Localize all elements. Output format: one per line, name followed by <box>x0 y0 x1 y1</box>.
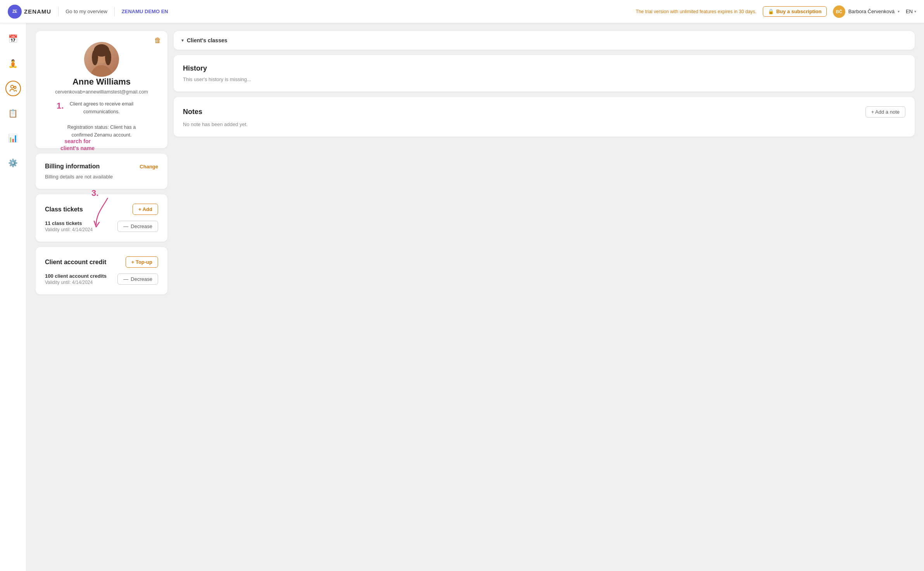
lang-chevron-icon: ▾ <box>914 9 916 14</box>
credit-header: Client account credit + Top-up <box>45 256 158 268</box>
profile-name: Anne Williams <box>72 77 131 87</box>
decrease-label: Decrease <box>131 223 152 229</box>
topup-button[interactable]: + Top-up <box>126 256 158 268</box>
topbar-divider <box>58 7 59 16</box>
svg-point-6 <box>105 50 111 65</box>
history-card: History This user's history is missing..… <box>174 55 915 92</box>
client-credit-card: Client account credit + Top-up 100 clien… <box>36 247 167 294</box>
notes-title: Notes <box>183 108 202 116</box>
topbar-right: The trial version with unlimited feature… <box>636 5 916 18</box>
avatar: BČ <box>833 5 845 18</box>
demo-label: ZENAMU DEMO EN <box>122 9 168 14</box>
chevron-down-icon: ▾ <box>898 9 900 14</box>
sidebar-item-classes[interactable]: 🧘 <box>5 56 21 71</box>
history-text: This user's history is missing... <box>183 76 905 82</box>
decrease-credit-label: Decrease <box>131 276 152 282</box>
classes-header[interactable]: ▾ Client's classes <box>181 37 907 43</box>
svg-point-5 <box>92 50 98 65</box>
content-area: 1. search for client's name 3. 🗑 <box>26 23 924 571</box>
logo: ZE ZENAMU <box>8 5 51 19</box>
profile-info: Client agrees to receive email communica… <box>67 100 136 139</box>
billing-card: Billing information Change Billing detai… <box>36 154 167 189</box>
ticket-count: 11 class tickets <box>45 220 93 226</box>
notes-card: Notes + Add a note No note has been adde… <box>174 97 915 137</box>
billing-title: Billing information <box>45 163 100 170</box>
sidebar: 📅 🧘 📋 📊 ⚙️ <box>0 23 26 571</box>
credit-title: Client account credit <box>45 259 106 266</box>
main-layout: 📅 🧘 📋 📊 ⚙️ 1. search for client's name 3… <box>0 23 924 571</box>
minus-credit-icon: — <box>123 276 128 282</box>
logo-circle: ZE <box>8 5 22 19</box>
sidebar-item-clients[interactable] <box>5 81 21 96</box>
buy-subscription-label: Buy a subscription <box>776 9 822 14</box>
language-selector[interactable]: EN ▾ <box>906 9 916 14</box>
notes-header: Notes + Add a note <box>183 106 905 118</box>
svg-point-1 <box>14 87 16 89</box>
credit-info: 100 client account credits Validity unti… <box>45 273 107 285</box>
ticket-validity: Validity until: 4/14/2024 <box>45 227 93 232</box>
billing-details-text: Billing details are not available <box>45 174 158 180</box>
classes-title: Client's classes <box>187 37 228 43</box>
clients-classes-card: ▾ Client's classes <box>174 31 915 50</box>
decrease-ticket-button[interactable]: — Decrease <box>117 221 158 232</box>
tickets-title: Class tickets <box>45 206 83 213</box>
lock-icon: 🔒 <box>768 9 774 14</box>
billing-header: Billing information Change <box>45 163 158 170</box>
lang-label: EN <box>906 9 913 14</box>
right-column: ▾ Client's classes History This user's h… <box>174 31 915 563</box>
go-to-overview-link[interactable]: Go to my overview <box>66 9 107 14</box>
decrease-credit-button[interactable]: — Decrease <box>117 273 158 285</box>
logo-text: ZENAMU <box>24 8 51 15</box>
ticket-info: 11 class tickets Validity until: 4/14/20… <box>45 220 93 232</box>
profile-card: 🗑 Anne Williams cervenkovab+annewilliams… <box>36 31 167 148</box>
svg-point-3 <box>91 65 112 77</box>
avatar <box>84 42 119 77</box>
credit-count: 100 client account credits <box>45 273 107 279</box>
notes-text: No note has been added yet. <box>183 121 905 127</box>
sidebar-item-settings[interactable]: ⚙️ <box>5 155 21 171</box>
credit-validity: Validity until: 4/14/2024 <box>45 280 93 285</box>
sidebar-item-calendar[interactable]: 📅 <box>5 31 21 47</box>
credit-row: 100 client account credits Validity unti… <box>45 273 158 285</box>
buy-subscription-button[interactable]: 🔒 Buy a subscription <box>763 6 827 17</box>
left-column: 🗑 Anne Williams cervenkovab+annewilliams… <box>36 31 167 563</box>
topbar-left: ZE ZENAMU Go to my overview ZENAMU DEMO … <box>8 5 636 19</box>
sidebar-item-clipboard[interactable]: 📋 <box>5 106 21 121</box>
add-note-button[interactable]: + Add a note <box>865 106 905 118</box>
change-billing-button[interactable]: Change <box>140 164 158 170</box>
history-title: History <box>183 64 905 73</box>
minus-icon: — <box>123 223 128 229</box>
user-name: Barbora Červenková <box>848 9 895 14</box>
tickets-header: Class tickets + Add <box>45 204 158 215</box>
class-tickets-card: Class tickets + Add 11 class tickets Val… <box>36 194 167 242</box>
chevron-down-classes-icon: ▾ <box>181 38 184 43</box>
topbar-divider-2 <box>114 7 115 16</box>
topbar: ZE ZENAMU Go to my overview ZENAMU DEMO … <box>0 0 924 23</box>
svg-point-0 <box>10 85 13 88</box>
add-ticket-button[interactable]: + Add <box>133 204 158 215</box>
trial-notice: The trial version with unlimited feature… <box>636 9 756 14</box>
sidebar-item-reports[interactable]: 📊 <box>5 130 21 146</box>
ticket-row: 11 class tickets Validity until: 4/14/20… <box>45 220 158 232</box>
user-menu[interactable]: BČ Barbora Červenková ▾ <box>833 5 900 18</box>
profile-email: cervenkovab+annewilliamstest@gmail.com <box>55 89 148 95</box>
delete-icon[interactable]: 🗑 <box>154 36 161 45</box>
